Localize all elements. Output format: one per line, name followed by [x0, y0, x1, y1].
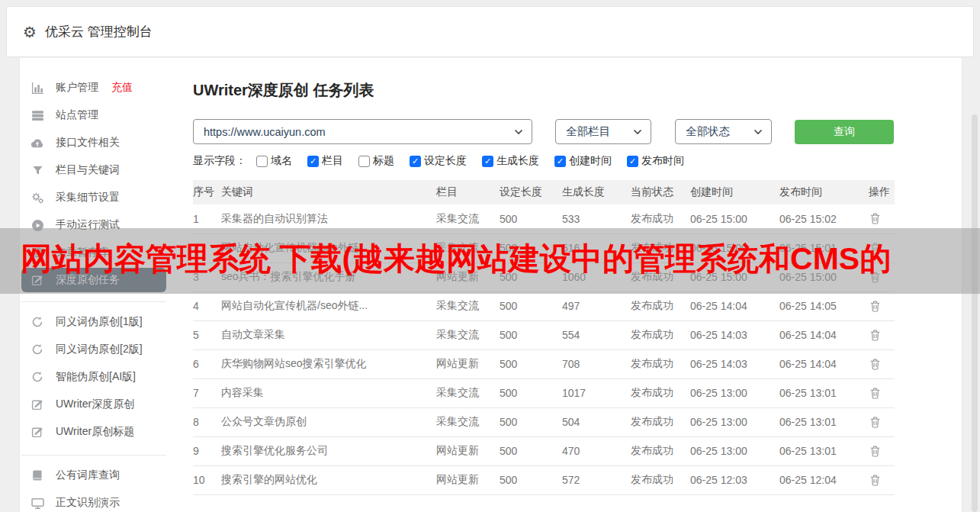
- cell-created: 06-25 13:00: [690, 378, 779, 407]
- sidebar-item-label: 智能伪原创[AI版]: [56, 370, 136, 384]
- cell-status: 发布成功: [631, 378, 690, 407]
- refresh-icon: [31, 343, 44, 356]
- sidebar-item-article-store[interactable]: 文章暂存库: [19, 239, 166, 266]
- sidebar-item-synonym-v1[interactable]: 同义词伪原创[1版]: [19, 308, 166, 336]
- checkbox-checked-icon[interactable]: ✓: [307, 156, 319, 167]
- column-header-栏目: 栏目: [436, 180, 500, 204]
- cell-column: 网站更新: [436, 262, 500, 291]
- cell-keyword: seo兵书：搜索引擎优化手册: [221, 262, 436, 291]
- sidebar-item-columns-keywords[interactable]: 栏目与关键词: [19, 156, 166, 184]
- cell-gen-length: 554: [562, 320, 631, 349]
- cell-actions: [869, 465, 895, 494]
- refresh-icon: [31, 316, 44, 328]
- sidebar-item-synonym-v2[interactable]: 同义词伪原创[2版]: [19, 336, 166, 363]
- sidebar-item-uwriter-deep[interactable]: UWriter深度原创: [19, 391, 166, 418]
- delete-task-button[interactable]: [869, 212, 882, 225]
- checkbox-unchecked-icon[interactable]: [358, 156, 370, 167]
- column-select[interactable]: 全部栏目: [555, 119, 651, 144]
- scrollbar-thumb[interactable]: [972, 114, 978, 512]
- field-checkbox-栏目[interactable]: ✓栏目: [307, 154, 343, 168]
- site-select[interactable]: https://www.ucaiyun.com: [193, 119, 532, 144]
- sidebar-item-interface-files[interactable]: 接口文件相关: [19, 129, 166, 156]
- sidebar-item-sites[interactable]: 站点管理: [19, 101, 166, 129]
- cell-column: 网站更新: [436, 465, 500, 494]
- cell-column: 采集交流: [436, 378, 500, 407]
- checkbox-checked-icon[interactable]: ✓: [554, 156, 566, 167]
- status-select[interactable]: 全部状态: [675, 119, 772, 144]
- search-button[interactable]: 查询: [795, 120, 894, 144]
- sidebar-item-label: 采集细节设置: [56, 191, 120, 204]
- cell-gen-length: 470: [562, 436, 631, 465]
- task-table: 序号关键词栏目设定长度生成长度当前状态创建时间发布时间操作 1采集器的自动识别算…: [193, 180, 895, 495]
- book-icon: [31, 469, 44, 481]
- sidebar-item-deep-original-tasks[interactable]: 深度原创任务: [21, 268, 166, 292]
- cell-keyword: 网站自动化宣传机器/seo外链...: [221, 233, 436, 262]
- cell-set-length: 500: [500, 262, 562, 291]
- column-header-创建时间: 创建时间: [690, 180, 779, 204]
- cell-set-length: 500: [500, 407, 562, 436]
- sidebar-item-label: 同义词伪原创[1版]: [56, 315, 143, 329]
- field-checkbox-域名[interactable]: 域名: [256, 154, 292, 168]
- cell-set-length: 500: [500, 465, 562, 494]
- cell-no: 1: [193, 204, 221, 233]
- column-header-设定长度: 设定长度: [500, 180, 562, 204]
- field-checkbox-标题[interactable]: 标题: [358, 154, 394, 168]
- cell-created: 06-25 14:03: [690, 349, 779, 378]
- cell-published: 06-25 14:04: [779, 320, 869, 349]
- table-row: 1采集器的自动识别算法采集交流500533发布成功06-25 15:0006-2…: [193, 204, 895, 233]
- sidebar-item-collect-settings[interactable]: 采集细节设置: [19, 184, 166, 211]
- sidebar-item-uwriter-title[interactable]: UWriter原创标题: [19, 418, 166, 446]
- field-checkbox-生成长度[interactable]: ✓生成长度: [482, 154, 539, 168]
- cell-keyword: 庆华购物网站seo搜索引擎优化: [221, 349, 436, 378]
- cell-gen-length: 497: [562, 291, 631, 320]
- field-label: 设定长度: [424, 154, 467, 168]
- sidebar-item-label: UWriter深度原创: [56, 398, 134, 411]
- cell-created: 06-25 12:03: [690, 465, 779, 494]
- delete-task-button[interactable]: [869, 445, 882, 458]
- delete-task-button[interactable]: [869, 387, 882, 400]
- cell-keyword: 网站自动化宣传机器/seo外链...: [221, 291, 436, 320]
- delete-task-button[interactable]: [869, 271, 882, 284]
- checkbox-checked-icon[interactable]: ✓: [410, 156, 421, 167]
- recharge-link[interactable]: 充值: [111, 81, 133, 95]
- cell-no: 8: [193, 407, 221, 436]
- field-checkbox-创建时间[interactable]: ✓创建时间: [554, 154, 612, 168]
- table-row: 7内容采集采集交流5001017发布成功06-25 13:0006-25 13:…: [193, 378, 895, 407]
- cell-keyword: 自动文章采集: [221, 320, 436, 349]
- field-checkbox-发布时间[interactable]: ✓发布时间: [627, 154, 684, 168]
- cell-status: 发布成功: [631, 233, 690, 262]
- delete-task-button[interactable]: [869, 329, 882, 342]
- app-root: ⚙ 优采云 管理控制台 账户管理充值站点管理接口文件相关栏目与关键词采集细节设置…: [0, 0, 980, 512]
- cell-gen-length: 1017: [562, 378, 631, 407]
- delete-task-button[interactable]: [869, 416, 882, 429]
- sidebar-item-content-recognition[interactable]: 正文识别演示: [19, 489, 166, 512]
- checkbox-checked-icon[interactable]: ✓: [627, 156, 638, 167]
- checkbox-checked-icon[interactable]: ✓: [482, 156, 493, 167]
- sidebar-item-label: UWriter原创标题: [56, 425, 134, 439]
- column-header-操作: 操作: [869, 180, 895, 204]
- column-select-value: 全部栏目: [566, 124, 610, 139]
- cell-column: 采集交流: [436, 291, 500, 320]
- edit-icon: [31, 274, 44, 286]
- table-row: 10搜索引擎的网站优化网站更新500572发布成功06-25 12:0306-2…: [193, 465, 895, 494]
- sidebar-item-public-thesaurus[interactable]: 公有词库查询: [19, 462, 166, 489]
- sidebar-item-smart-ai[interactable]: 智能伪原创[AI版]: [19, 363, 166, 391]
- cell-published: 06-25 15:00: [779, 262, 869, 291]
- delete-task-button[interactable]: [869, 474, 882, 487]
- delete-task-button[interactable]: [869, 242, 882, 255]
- cell-gen-length: 708: [562, 349, 631, 378]
- delete-task-button[interactable]: [869, 358, 882, 371]
- chevron-down-icon: [753, 129, 763, 135]
- cell-keyword: 内容采集: [221, 378, 436, 407]
- cell-actions: [869, 436, 895, 465]
- delete-task-button[interactable]: [869, 300, 882, 313]
- cell-actions: [869, 320, 895, 349]
- cell-published: 06-25 12:04: [779, 465, 869, 494]
- sidebar-item-account[interactable]: 账户管理充值: [19, 74, 166, 101]
- field-checkbox-设定长度[interactable]: ✓设定长度: [410, 154, 467, 168]
- cell-set-length: 500: [500, 349, 562, 378]
- cell-set-length: 500: [500, 233, 562, 262]
- cell-actions: [869, 262, 895, 291]
- sidebar-item-manual-test[interactable]: 手动运行测试: [19, 211, 166, 239]
- checkbox-unchecked-icon[interactable]: [256, 156, 268, 167]
